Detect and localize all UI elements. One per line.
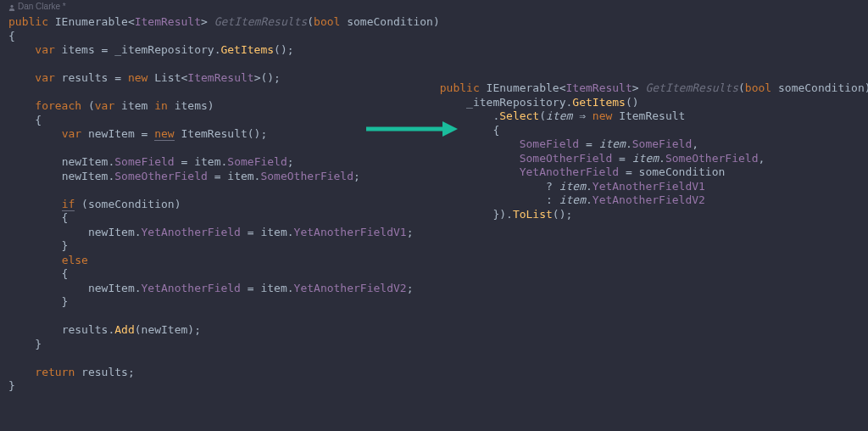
code-before: public IEnumerable<ItemResult> GetItemRe… <box>8 15 440 431</box>
code-comparison: public IEnumerable<ItemResult> GetItemRe… <box>0 0 868 431</box>
svg-point-0 <box>10 5 13 8</box>
code-after: public IEnumerable<ItemResult> GetItemRe… <box>440 15 868 431</box>
author-name: Dan Clarke <box>18 2 60 11</box>
svg-marker-2 <box>442 121 458 137</box>
transform-arrow-icon <box>364 119 458 143</box>
person-icon <box>8 3 15 10</box>
author-tag: Dan Clarke * <box>8 2 66 11</box>
